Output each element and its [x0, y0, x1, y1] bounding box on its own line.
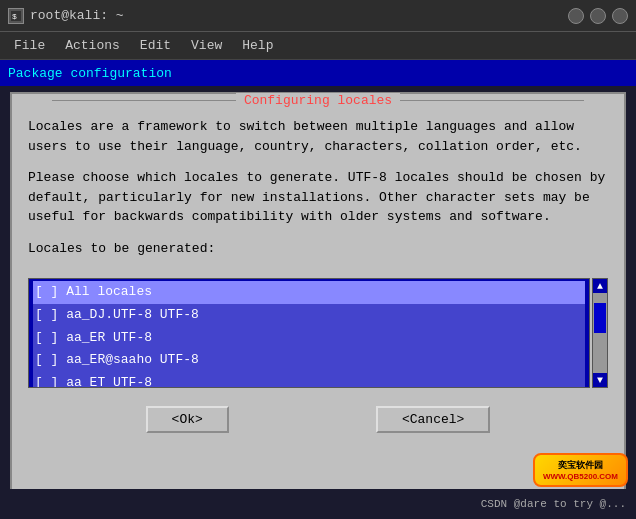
titlebar-controls [568, 8, 628, 24]
package-config-header: Package configuration [0, 60, 636, 86]
title-line-left [52, 100, 236, 101]
watermark-line1: 奕宝软件园 [543, 459, 618, 472]
list-item[interactable]: [ ] All locales [33, 281, 585, 304]
dialog-title: Configuring locales [236, 93, 400, 108]
menubar: File Actions Edit View Help [0, 32, 636, 60]
titlebar-title: root@kali: ~ [30, 8, 124, 23]
ok-button[interactable]: <Ok> [146, 406, 229, 433]
dialog-content: Locales are a framework to switch betwee… [12, 109, 624, 278]
scroll-down-button[interactable]: ▼ [593, 373, 607, 387]
titlebar: $ root@kali: ~ [0, 0, 636, 32]
scrollbar[interactable]: ▲ ▼ [592, 278, 608, 388]
scroll-up-button[interactable]: ▲ [593, 279, 607, 293]
paragraph1: Locales are a framework to switch betwee… [28, 117, 608, 156]
list-item[interactable]: [ ] aa_ET UTF-8 [33, 372, 585, 388]
bottom-bar: CSDN @dare to try @... [0, 489, 636, 519]
scrollbar-track [593, 293, 607, 373]
scrollbar-handle[interactable] [594, 303, 606, 333]
bottom-text: CSDN @dare to try @... [481, 498, 626, 510]
menu-edit[interactable]: Edit [132, 35, 179, 56]
list-item[interactable]: [ ] aa_ER UTF-8 [33, 327, 585, 350]
dialog-buttons: <Ok> <Cancel> [12, 392, 624, 447]
svg-text:$: $ [12, 12, 17, 21]
terminal-icon: $ [8, 8, 24, 24]
titlebar-left: $ root@kali: ~ [8, 8, 124, 24]
maximize-button[interactable] [590, 8, 606, 24]
menu-file[interactable]: File [6, 35, 53, 56]
package-config-label: Package configuration [8, 66, 172, 81]
watermark-line2: WWW.QB5200.COM [543, 472, 618, 481]
title-line-right [400, 100, 584, 101]
menu-help[interactable]: Help [234, 35, 281, 56]
list-item[interactable]: [ ] aa_ER@saaho UTF-8 [33, 349, 585, 372]
list-item[interactable]: [ ] aa_DJ.UTF-8 UTF-8 [33, 304, 585, 327]
menu-actions[interactable]: Actions [57, 35, 128, 56]
paragraph2: Please choose which locales to generate.… [28, 168, 608, 227]
dialog-container: Configuring locales Locales are a framew… [10, 92, 626, 492]
dialog-title-bar: Configuring locales [52, 93, 584, 108]
minimize-button[interactable] [568, 8, 584, 24]
menu-view[interactable]: View [183, 35, 230, 56]
locales-list-wrapper: [ ] All locales [ ] aa_DJ.UTF-8 UTF-8 [ … [28, 278, 608, 388]
locales-list[interactable]: [ ] All locales [ ] aa_DJ.UTF-8 UTF-8 [ … [28, 278, 590, 388]
close-button[interactable] [612, 8, 628, 24]
cancel-button[interactable]: <Cancel> [376, 406, 490, 433]
watermark-badge: 奕宝软件园 WWW.QB5200.COM [533, 453, 628, 487]
locales-label: Locales to be generated: [28, 239, 608, 259]
